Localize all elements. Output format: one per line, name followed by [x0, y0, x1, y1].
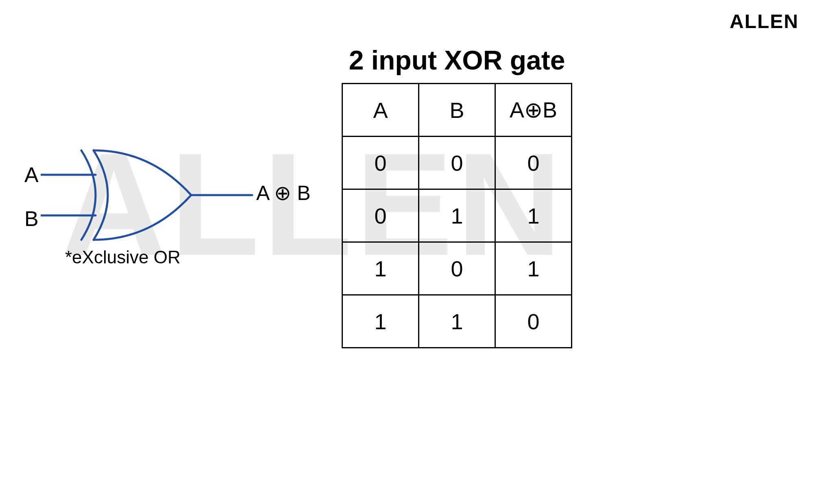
- cell: 1: [419, 189, 495, 242]
- table-title: 2 input XOR gate: [342, 45, 572, 76]
- truth-table: A B A⊕B 0 0 0 0 1 1 1 0 1 1 1: [342, 83, 572, 348]
- input-label-b: B: [24, 206, 39, 231]
- col-header-a: A: [342, 84, 419, 137]
- cell: 0: [495, 137, 572, 189]
- cell: 1: [342, 242, 419, 295]
- col-header-b: B: [419, 84, 495, 137]
- table-row: 1 0 1: [342, 242, 572, 295]
- brand-logo-text: ALLEN: [730, 10, 799, 33]
- cell: 0: [419, 242, 495, 295]
- cell: 1: [495, 189, 572, 242]
- cell: 0: [342, 137, 419, 189]
- table-header-row: A B A⊕B: [342, 84, 572, 137]
- cell: 0: [495, 295, 572, 348]
- table-row: 0 0 0: [342, 137, 572, 189]
- cell: 1: [495, 242, 572, 295]
- input-label-a: A: [24, 163, 39, 187]
- output-label: A ⊕ B: [256, 181, 311, 205]
- cell: 0: [342, 189, 419, 242]
- xor-gate-icon: [41, 142, 260, 248]
- cell: 1: [419, 295, 495, 348]
- xor-gate-diagram: A B A ⊕ B *eXclusive OR: [24, 138, 333, 285]
- diagram-caption: *eXclusive OR: [65, 247, 181, 267]
- table-row: 0 1 1: [342, 189, 572, 242]
- truth-table-section: 2 input XOR gate A B A⊕B 0 0 0 0 1 1 1 0: [342, 45, 572, 348]
- cell: 1: [342, 295, 419, 348]
- col-header-out: A⊕B: [495, 84, 572, 137]
- table-row: 1 1 0: [342, 295, 572, 348]
- cell: 0: [419, 137, 495, 189]
